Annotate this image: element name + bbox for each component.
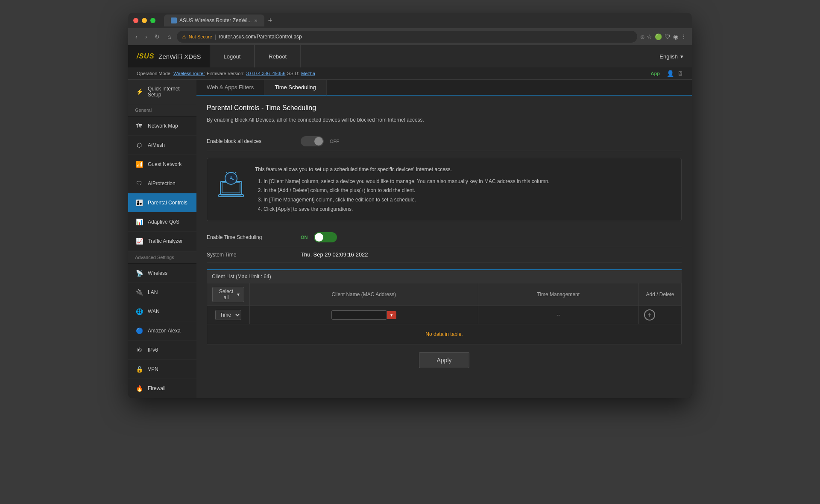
- svg-line-8: [235, 172, 236, 173]
- tab-web-apps-filters[interactable]: Web & Apps Filters: [196, 80, 264, 95]
- sidebar-item-adaptive-qos[interactable]: 📊 Adaptive QoS: [128, 213, 196, 232]
- sidebar-aiprotection-label: AiProtection: [148, 181, 176, 186]
- client-time-mgmt-cell: --: [478, 306, 638, 324]
- sidebar-item-vpn[interactable]: 🔒 VPN: [128, 360, 196, 379]
- sidebar-adaptive-qos-label: Adaptive QoS: [148, 219, 179, 225]
- asus-logo: /SUS: [137, 52, 154, 60]
- traffic-analyzer-icon: 📈: [135, 237, 144, 245]
- sidebar-guest-network-label: Guest Network: [148, 161, 182, 167]
- aiprotection-icon: 🛡: [135, 179, 144, 188]
- system-time-value: Thu, Sep 29 02:09:16 2022: [301, 251, 368, 258]
- system-time-row: System Time Thu, Sep 29 02:09:16 2022: [207, 247, 682, 262]
- sidebar-item-ipv6[interactable]: ⑥ IPv6: [128, 341, 196, 360]
- client-name-cell: ▾: [250, 306, 478, 324]
- reboot-button[interactable]: Reboot: [255, 45, 301, 67]
- chevron-down-icon: ▾: [237, 291, 240, 297]
- logout-button[interactable]: Logout: [210, 45, 255, 67]
- sidebar-item-wan[interactable]: 🌐 WAN: [128, 302, 196, 321]
- system-time-label: System Time: [207, 252, 301, 258]
- sidebar-wireless-label: Wireless: [148, 270, 167, 276]
- enable-scheduling-row: Enable Time Scheduling ON: [207, 228, 682, 247]
- back-button[interactable]: ‹: [133, 32, 140, 41]
- active-tab[interactable]: ASUS Wireless Router ZenWi... ✕: [164, 15, 264, 26]
- router-brand: /SUS ZenWiFi XD6S: [128, 45, 210, 67]
- not-secure-label: Not Secure: [189, 34, 212, 39]
- sidebar-item-guest-network[interactable]: 📶 Guest Network: [128, 155, 196, 174]
- client-type-select[interactable]: Time: [215, 310, 241, 320]
- ssid-value[interactable]: Mezha: [301, 71, 315, 76]
- firmware-value[interactable]: 3.0.0.4.386_49356: [246, 71, 286, 76]
- bookmark-icon[interactable]: ☆: [647, 33, 652, 40]
- close-window-button[interactable]: [133, 18, 138, 23]
- sidebar-item-amazon-alexa[interactable]: 🔵 Amazon Alexa: [128, 321, 196, 341]
- toggle-on-label: ON: [301, 235, 308, 240]
- sidebar-vpn-label: VPN: [148, 366, 158, 372]
- new-tab-button[interactable]: +: [268, 16, 272, 25]
- language-selector[interactable]: English ▾: [651, 53, 692, 60]
- content-area: Web & Apps Filters Time Scheduling Paren…: [196, 80, 692, 398]
- sidebar-item-firewall[interactable]: 🔥 Firewall: [128, 379, 196, 398]
- sidebar-item-lan[interactable]: 🔌 LAN: [128, 283, 196, 302]
- user-icon[interactable]: 👤: [667, 70, 674, 77]
- enable-scheduling-switch[interactable]: [314, 232, 337, 242]
- home-button[interactable]: ⌂: [165, 32, 173, 41]
- sidebar-traffic-analyzer-label: Traffic Analyzer: [148, 238, 183, 244]
- address-bar[interactable]: ⚠ Not Secure | router.asus.com/ParentalC…: [177, 31, 637, 43]
- enable-scheduling-toggle[interactable]: ON: [301, 232, 337, 242]
- profile-icon[interactable]: ◉: [673, 33, 678, 40]
- col-select: Select all ▾: [207, 283, 250, 306]
- apply-btn-row: Apply: [207, 352, 682, 368]
- client-dropdown-button[interactable]: ▾: [387, 311, 396, 319]
- operation-mode-value[interactable]: Wireless router: [173, 71, 205, 76]
- client-type-cell: Time: [207, 306, 250, 324]
- block-all-label: Enable block all devices: [207, 138, 301, 144]
- ipv6-icon: ⑥: [135, 346, 144, 354]
- extension-icon-1[interactable]: 🟢: [655, 33, 662, 40]
- add-client-button[interactable]: +: [644, 309, 655, 320]
- minimize-window-button[interactable]: [142, 18, 147, 23]
- sidebar-item-parental-controls[interactable]: 👨‍👧 Parental Controls: [128, 193, 196, 213]
- client-name-input[interactable]: [331, 310, 387, 320]
- ssid-label: SSID:: [287, 71, 299, 76]
- info-steps: In [Client Name] column, select a device…: [255, 177, 550, 214]
- status-icons: 👤 🖥: [667, 70, 683, 77]
- app-label[interactable]: App: [651, 71, 660, 76]
- svg-point-6: [230, 178, 232, 179]
- apply-button[interactable]: Apply: [419, 352, 469, 368]
- content-tabs: Web & Apps Filters Time Scheduling: [196, 80, 692, 96]
- language-label: English: [659, 53, 678, 60]
- info-step-3: In [Time Management] column, click the e…: [264, 195, 550, 205]
- block-all-toggle-switch[interactable]: [301, 136, 324, 146]
- router-statusbar: Operation Mode: Wireless router Firmware…: [128, 67, 692, 80]
- url-display: router.asus.com/ParentalControl.asp: [219, 34, 302, 40]
- reload-button[interactable]: ↻: [152, 32, 162, 41]
- maximize-window-button[interactable]: [150, 18, 155, 23]
- wireless-icon: 📡: [135, 269, 144, 277]
- router-model: ZenWiFi XD6S: [158, 53, 201, 60]
- block-all-toggle[interactable]: OFF: [301, 136, 339, 146]
- share-icon[interactable]: ⎋: [641, 33, 644, 40]
- clock-illustration: [214, 165, 248, 199]
- sidebar-item-network-map[interactable]: 🗺 Network Map: [128, 117, 196, 136]
- enable-scheduling-label: Enable Time Scheduling: [207, 234, 301, 240]
- info-step-4: Click [Apply] to save the configurations…: [264, 205, 550, 214]
- forward-button[interactable]: ›: [143, 32, 149, 41]
- tab-time-scheduling[interactable]: Time Scheduling: [264, 80, 326, 96]
- info-step-2: In the [Add / Delete] column, click the …: [264, 186, 550, 195]
- sidebar-amazon-alexa-label: Amazon Alexa: [148, 328, 181, 334]
- tab-close-button[interactable]: ✕: [254, 18, 258, 23]
- sidebar-item-traffic-analyzer[interactable]: 📈 Traffic Analyzer: [128, 232, 196, 251]
- adaptive-qos-icon: 📊: [135, 218, 144, 226]
- block-all-devices-row: Enable block all devices OFF: [207, 132, 682, 151]
- select-all-button[interactable]: Select all ▾: [212, 287, 244, 302]
- menu-icon[interactable]: ⋮: [681, 33, 687, 40]
- sidebar-item-wireless[interactable]: 📡 Wireless: [128, 264, 196, 283]
- svg-line-7: [226, 172, 227, 173]
- router-main: ⚡ Quick Internet Setup General 🗺 Network…: [128, 80, 692, 398]
- sidebar-advanced-label: Advanced Settings: [128, 251, 196, 264]
- display-icon[interactable]: 🖥: [677, 70, 683, 77]
- extension-icon-2[interactable]: 🛡: [665, 33, 671, 40]
- sidebar-item-aiprotection[interactable]: 🛡 AiProtection: [128, 174, 196, 193]
- sidebar-item-aimesh[interactable]: ⬡ AiMesh: [128, 136, 196, 155]
- sidebar-item-quick-internet[interactable]: ⚡ Quick Internet Setup: [128, 80, 196, 104]
